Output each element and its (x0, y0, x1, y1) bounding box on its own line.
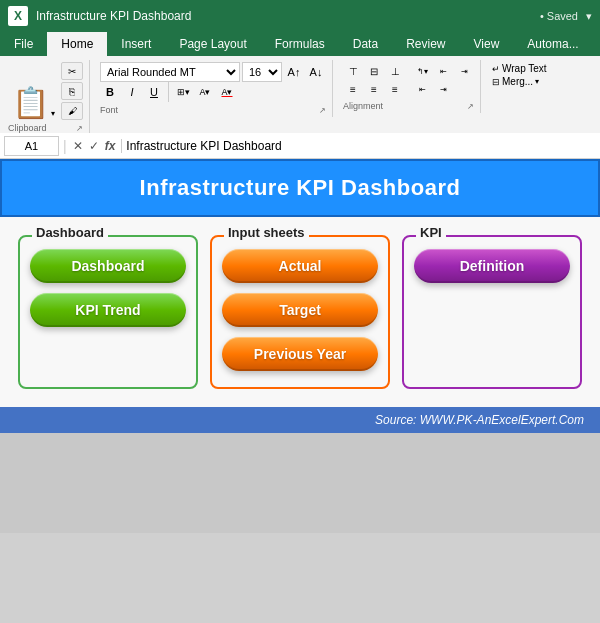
kpi-section: KPI Definition (402, 235, 582, 389)
align-middle-button[interactable]: ⊟ (364, 62, 384, 80)
formula-content: Infrastructure KPI Dashboard (121, 139, 596, 153)
excel-icon: X (8, 6, 28, 26)
alignment-label-row: Alignment ↗ (343, 100, 474, 111)
tab-file[interactable]: File (0, 32, 47, 56)
ribbon-tabs: File Home Insert Page Layout Formulas Da… (0, 32, 600, 56)
window-title: Infrastructure KPI Dashboard (36, 9, 532, 23)
indent-decrease-button[interactable]: ⇤ (433, 62, 453, 80)
paste-dropdown-icon[interactable]: ▾ (51, 109, 55, 118)
font-expand[interactable]: ↗ (319, 106, 326, 115)
copy-button[interactable]: ⎘ (61, 82, 83, 100)
target-pill[interactable]: Target (222, 293, 378, 327)
wrap-text-button[interactable]: ↵ Wrap Text (489, 62, 551, 75)
sheet-area: Infrastructure KPI Dashboard Dashboard D… (0, 159, 600, 433)
wrap-label: Wrap Text (502, 63, 547, 74)
decrease-font-button[interactable]: A↓ (306, 62, 326, 82)
tab-insert[interactable]: Insert (107, 32, 165, 56)
merge-center-button[interactable]: ⊟ Merg... ▾ (489, 75, 551, 88)
tab-page-layout[interactable]: Page Layout (165, 32, 260, 56)
underline-button[interactable]: U (144, 82, 164, 102)
merge-label: Merg... (502, 76, 533, 87)
formula-bar-separator: | (63, 138, 67, 154)
font-name-select[interactable]: Arial Rounded MT Arial Calibri (100, 62, 240, 82)
align-row-1: ⊤ ⊟ ⊥ ↰▾ ⇤ ⇥ (343, 62, 474, 80)
borders-button[interactable]: ⊞▾ (173, 82, 193, 102)
align-top-button[interactable]: ⊤ (343, 62, 363, 80)
decrease-indent-button[interactable]: ⇤ (412, 80, 432, 98)
source-footer: Source: WWW.PK-AnExcelExpert.Com (0, 407, 600, 433)
font-row-1: Arial Rounded MT Arial Calibri 16 810121… (100, 62, 326, 82)
formula-bar: | ✕ ✓ fx Infrastructure KPI Dashboard (0, 133, 600, 159)
merge-dropdown[interactable]: ▾ (535, 77, 539, 86)
previous-year-pill[interactable]: Previous Year (222, 337, 378, 371)
alignment-group: ⊤ ⊟ ⊥ ↰▾ ⇤ ⇥ ≡ ≡ ≡ ⇤ ⇥ Alignment ↗ (337, 60, 481, 113)
ribbon-content: 📋 ▾ ✂ ⎘ 🖌 Clipboard ↗ Arial Rounded MT A… (0, 56, 600, 133)
sections-area: Dashboard Dashboard KPI Trend Input shee… (0, 217, 600, 407)
wrap-icon: ↵ (492, 64, 500, 74)
saved-dropdown[interactable]: ▾ (586, 10, 592, 23)
clipboard-sub-buttons: ✂ ⎘ 🖌 (61, 62, 83, 120)
bold-button[interactable]: B (100, 82, 120, 102)
font-size-select[interactable]: 16 8101214182024 (242, 62, 282, 82)
dashboard-title-text: Infrastructure KPI Dashboard (140, 175, 461, 200)
increase-indent-button[interactable]: ⇥ (433, 80, 453, 98)
kpi-trend-pill[interactable]: KPI Trend (30, 293, 186, 327)
tab-data[interactable]: Data (339, 32, 392, 56)
clipboard-group: 📋 ▾ ✂ ⎘ 🖌 Clipboard ↗ (4, 60, 90, 133)
align-right-button[interactable]: ≡ (385, 80, 405, 98)
tab-automate[interactable]: Automa... (513, 32, 592, 56)
font-row-2: B I U ⊞▾ A▾ A▾ (100, 82, 326, 102)
font-sep (168, 82, 169, 102)
confirm-icon[interactable]: ✓ (87, 139, 101, 153)
paste-icon: 📋 (12, 88, 49, 118)
dashboard-title-banner: Infrastructure KPI Dashboard (0, 159, 600, 217)
fx-icon[interactable]: fx (103, 139, 118, 153)
tab-review[interactable]: Review (392, 32, 459, 56)
bottom-area (0, 433, 600, 533)
input-sheets-section-label: Input sheets (224, 225, 309, 240)
clipboard-expand[interactable]: ↗ (76, 124, 83, 133)
increase-font-button[interactable]: A↑ (284, 62, 304, 82)
dashboard-pill[interactable]: Dashboard (30, 249, 186, 283)
formula-icons: ✕ ✓ fx (71, 139, 118, 153)
italic-button[interactable]: I (122, 82, 142, 102)
indent-increase-button[interactable]: ⇥ (454, 62, 474, 80)
tab-view[interactable]: View (460, 32, 514, 56)
tab-formulas[interactable]: Formulas (261, 32, 339, 56)
title-bar: X Infrastructure KPI Dashboard • Saved ▾ (0, 0, 600, 32)
align-row-2: ≡ ≡ ≡ ⇤ ⇥ (343, 80, 474, 98)
tab-home[interactable]: Home (47, 32, 107, 56)
saved-status: • Saved (540, 10, 578, 22)
font-group: Arial Rounded MT Arial Calibri 16 810121… (94, 60, 333, 117)
alignment-expand[interactable]: ↗ (467, 102, 474, 111)
format-painter-button[interactable]: 🖌 (61, 102, 83, 120)
align-bottom-button[interactable]: ⊥ (385, 62, 405, 80)
input-sheets-section: Input sheets Actual Target Previous Year (210, 235, 390, 389)
fill-color-button[interactable]: A▾ (195, 82, 215, 102)
cell-reference-input[interactable] (4, 136, 59, 156)
paste-block: 📋 ▾ ✂ ⎘ 🖌 (8, 62, 83, 120)
align-left-button[interactable]: ≡ (343, 80, 363, 98)
dashboard-section: Dashboard Dashboard KPI Trend (18, 235, 198, 389)
wrap-merge-group: ↵ Wrap Text ⊟ Merg... ▾ (485, 60, 555, 90)
actual-pill[interactable]: Actual (222, 249, 378, 283)
cancel-icon[interactable]: ✕ (71, 139, 85, 153)
dashboard-section-label: Dashboard (32, 225, 108, 240)
kpi-section-label: KPI (416, 225, 446, 240)
definition-pill[interactable]: Definition (414, 249, 570, 283)
cut-button[interactable]: ✂ (61, 62, 83, 80)
text-direction-button[interactable]: ↰▾ (412, 62, 432, 80)
merge-icon: ⊟ (492, 77, 500, 87)
font-color-button[interactable]: A▾ (217, 82, 237, 102)
font-label: Font ↗ (100, 104, 326, 115)
clipboard-label: Clipboard ↗ (8, 122, 83, 133)
paste-button[interactable]: 📋 ▾ (8, 86, 59, 120)
align-center-button[interactable]: ≡ (364, 80, 384, 98)
source-text: Source: WWW.PK-AnExcelExpert.Com (375, 413, 584, 427)
